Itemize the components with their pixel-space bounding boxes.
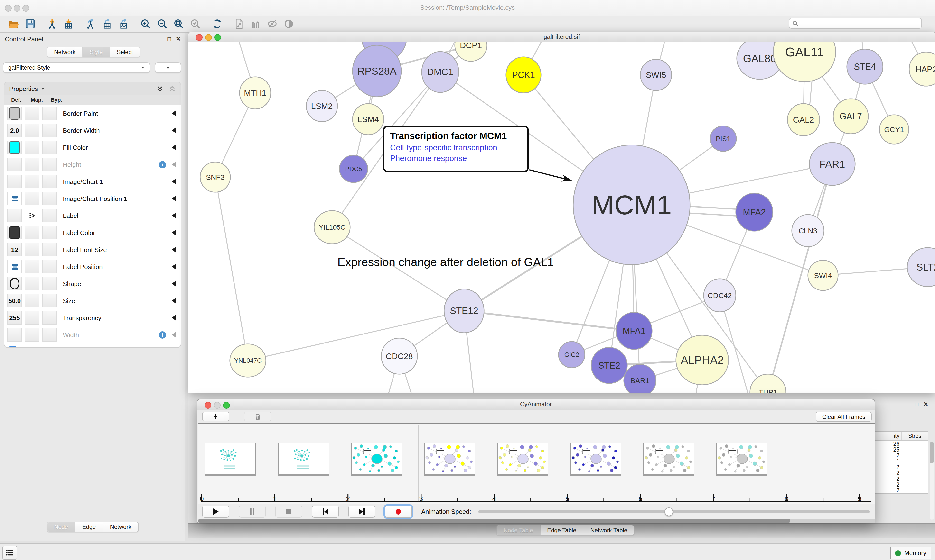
- step-back-button[interactable]: [312, 506, 339, 518]
- property-cell[interactable]: [7, 192, 22, 205]
- table-column-header[interactable]: ity: [875, 432, 902, 440]
- network-node-swi5[interactable]: SWI5: [640, 59, 671, 91]
- network-node-gcy1[interactable]: GCY1: [879, 115, 909, 144]
- network-node-cln3[interactable]: CLN3: [792, 215, 824, 247]
- zoom-out-button[interactable]: [156, 18, 168, 30]
- property-row-label-color[interactable]: Label Color: [5, 224, 181, 241]
- close-window-icon[interactable]: [205, 402, 211, 409]
- property-cell[interactable]: [25, 123, 39, 137]
- zoom-selected-button[interactable]: [190, 18, 201, 30]
- style-editor-tab-node[interactable]: Node: [47, 522, 75, 532]
- timeline-frame-3[interactable]: [424, 443, 475, 474]
- expand-property-icon[interactable]: [172, 162, 176, 168]
- show-all-button[interactable]: [283, 18, 295, 30]
- network-node-mfa1[interactable]: MFA1: [616, 312, 652, 349]
- network-node-cdc28[interactable]: CDC28: [381, 338, 417, 374]
- zoom-in-button[interactable]: [140, 18, 151, 30]
- property-cell[interactable]: [25, 226, 39, 239]
- property-cell[interactable]: [25, 277, 39, 291]
- property-row-transparency[interactable]: 255Transparency: [5, 309, 181, 326]
- property-cell[interactable]: 2.0: [7, 123, 22, 137]
- property-cell[interactable]: [7, 141, 22, 154]
- table-row[interactable]: 2: [875, 482, 928, 488]
- cyanimator-titlebar[interactable]: CyAnimator: [197, 400, 875, 410]
- network-node-ste2[interactable]: STE2: [591, 348, 627, 383]
- timeline-frame-0[interactable]: [205, 443, 256, 474]
- import-network-button[interactable]: [46, 18, 58, 30]
- show-panels-button[interactable]: [2, 546, 17, 560]
- style-editor-tab-edge[interactable]: Edge: [75, 522, 103, 532]
- property-cell[interactable]: [42, 226, 57, 239]
- property-cell[interactable]: [42, 311, 57, 325]
- close-panel-icon[interactable]: ✕: [176, 35, 181, 42]
- expand-property-icon[interactable]: [172, 247, 176, 252]
- memory-button[interactable]: Memory: [890, 547, 931, 559]
- property-row-border-paint[interactable]: Border Paint: [5, 105, 181, 122]
- animation-speed-slider-handle[interactable]: [665, 508, 673, 516]
- float-panel-icon[interactable]: □: [915, 401, 918, 408]
- style-editor-tab-network[interactable]: Network: [103, 522, 138, 532]
- expand-property-icon[interactable]: [172, 178, 176, 185]
- export-network-button[interactable]: [85, 18, 96, 30]
- network-node-lsm4[interactable]: LSM4: [353, 104, 384, 135]
- property-cell[interactable]: [25, 158, 39, 171]
- property-cell[interactable]: [7, 106, 22, 120]
- close-window-icon[interactable]: [196, 34, 202, 41]
- network-node-dmc1[interactable]: DMC1: [422, 52, 459, 92]
- property-cell[interactable]: 12: [7, 243, 22, 256]
- network-annotation[interactable]: Transcription factor MCM1 Cell-type-spec…: [383, 126, 529, 172]
- property-cell[interactable]: [25, 328, 39, 342]
- minimize-window-icon[interactable]: [14, 5, 20, 12]
- play-button[interactable]: [202, 506, 229, 518]
- stop-button[interactable]: [275, 506, 302, 518]
- float-panel-icon[interactable]: □: [167, 35, 171, 42]
- property-cell[interactable]: [7, 209, 22, 222]
- info-icon[interactable]: i: [159, 161, 166, 168]
- table-scrollbar-thumb[interactable]: [930, 442, 934, 463]
- property-cell[interactable]: [42, 277, 57, 291]
- close-panel-icon[interactable]: ✕: [923, 401, 928, 408]
- collapse-all-icon[interactable]: [168, 85, 176, 92]
- property-cell[interactable]: [25, 209, 39, 222]
- property-cell[interactable]: [42, 294, 57, 308]
- timeline-frame-1[interactable]: [278, 443, 329, 474]
- style-options-button[interactable]: [155, 62, 181, 73]
- property-cell[interactable]: 50.0: [7, 294, 22, 308]
- info-icon[interactable]: i: [159, 331, 166, 338]
- property-cell[interactable]: [42, 141, 57, 154]
- close-window-icon[interactable]: [5, 5, 12, 12]
- property-cell[interactable]: [42, 243, 57, 256]
- network-node-hap2[interactable]: HAP2: [909, 52, 935, 86]
- cyanimator-timeline[interactable]: Seconds 0123456789: [198, 423, 875, 505]
- table-column-header[interactable]: Stres: [902, 432, 928, 440]
- timeline-scrollbar[interactable]: [198, 519, 875, 523]
- refresh-button[interactable]: [211, 18, 223, 30]
- network-node-ynl047c[interactable]: YNL047C: [230, 344, 266, 377]
- expand-property-icon[interactable]: [172, 230, 176, 235]
- network-node-gal2[interactable]: GAL2: [787, 104, 819, 136]
- import-table-button[interactable]: [63, 18, 74, 30]
- property-row-width[interactable]: Widthi: [5, 326, 181, 343]
- network-window-titlebar[interactable]: galFiltered.sif: [188, 32, 935, 43]
- record-button[interactable]: [385, 506, 412, 518]
- network-node-pis1[interactable]: PIS1: [710, 126, 736, 151]
- network-node-slt2[interactable]: SLT2: [907, 248, 935, 286]
- timeline-frame-6[interactable]: [643, 443, 694, 474]
- property-row-fill-color[interactable]: Fill Color: [5, 139, 181, 156]
- network-node-pck1[interactable]: PCK1: [506, 57, 541, 93]
- expand-property-icon[interactable]: [172, 111, 176, 116]
- timeline-frame-4[interactable]: [497, 443, 548, 474]
- expand-property-icon[interactable]: [172, 315, 176, 321]
- clear-all-frames-button[interactable]: Clear All Frames: [816, 412, 872, 422]
- property-cell[interactable]: [25, 192, 39, 205]
- expand-all-icon[interactable]: [156, 85, 164, 92]
- property-row-label[interactable]: Label: [5, 207, 181, 224]
- style-selector-dropdown[interactable]: galFiltered Style: [3, 62, 150, 73]
- network-node-lsm2[interactable]: LSM2: [306, 91, 338, 122]
- network-node-pdc5[interactable]: PDC5: [339, 155, 368, 182]
- network-node-gal7[interactable]: GAL7: [833, 99, 868, 134]
- table-row[interactable]: 2: [875, 464, 928, 470]
- expand-property-icon[interactable]: [172, 298, 176, 304]
- pause-button[interactable]: [239, 506, 266, 518]
- property-cell[interactable]: [42, 192, 57, 205]
